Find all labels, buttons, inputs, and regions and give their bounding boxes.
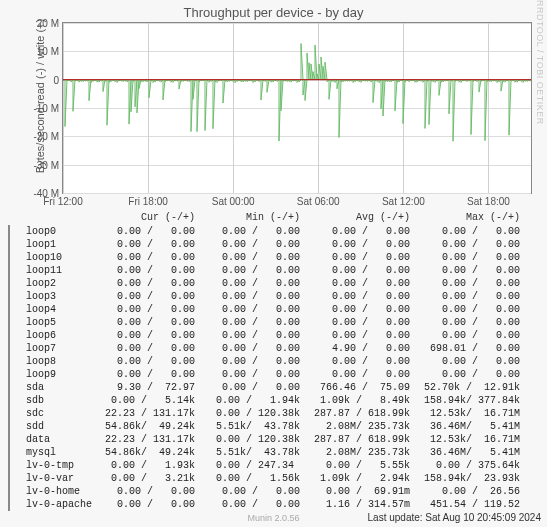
legend-avg: 1.16 / 314.57m	[304, 498, 414, 511]
legend-row: loop80.00 / 0.000.00 / 0.000.00 / 0.000.…	[8, 355, 539, 368]
legend-avg: 0.00 / 0.00	[304, 225, 414, 238]
legend-name: loop9	[26, 368, 94, 381]
legend-name: loop10	[26, 251, 94, 264]
legend-min: 0.00 / 1.94k	[199, 394, 304, 407]
legend-swatch	[8, 394, 10, 407]
legend-max: 0.00 / 0.00	[414, 355, 524, 368]
legend-min: 0.00 / 120.38k	[199, 407, 304, 420]
legend-max: 0.00 / 0.00	[414, 264, 524, 277]
x-tick-label: Sat 00:00	[212, 196, 255, 207]
legend-min: 0.00 / 0.00	[199, 251, 304, 264]
legend-cur: 0.00 / 0.00	[94, 225, 199, 238]
legend-row: lv-0-apache0.00 / 0.000.00 / 0.001.16 / …	[8, 498, 539, 511]
legend-row: loop110.00 / 0.000.00 / 0.000.00 / 0.000…	[8, 264, 539, 277]
legend-name: loop3	[26, 290, 94, 303]
legend-cur: 0.00 / 0.00	[94, 498, 199, 511]
legend-min: 0.00 / 0.00	[199, 342, 304, 355]
legend-max: 0.00 / 0.00	[414, 238, 524, 251]
legend-min: 5.51k/ 43.78k	[199, 420, 304, 433]
legend-max: 0.00 / 0.00	[414, 251, 524, 264]
x-tick-label: Sat 06:00	[297, 196, 340, 207]
legend-name: sda	[26, 381, 94, 394]
legend-cur: 54.86k/ 49.24k	[94, 420, 199, 433]
legend-swatch	[8, 355, 10, 368]
legend-avg: 0.00 / 0.00	[304, 238, 414, 251]
legend-min: 0.00 / 0.00	[199, 277, 304, 290]
legend-row: data22.23 / 131.17k0.00 / 120.38k287.87 …	[8, 433, 539, 446]
legend-avg: 0.00 / 0.00	[304, 303, 414, 316]
legend-min: 0.00 / 0.00	[199, 329, 304, 342]
legend-swatch	[8, 498, 10, 511]
legend-avg: 2.08M/ 235.73k	[304, 420, 414, 433]
legend-cur: 22.23 / 131.17k	[94, 407, 199, 420]
legend-avg: 1.09k / 8.49k	[304, 394, 414, 407]
chart-container: Throughput per device - by day RRDTOOL /…	[0, 0, 547, 527]
legend-row: loop60.00 / 0.000.00 / 0.000.00 / 0.000.…	[8, 329, 539, 342]
legend-header: Cur (-/+) Min (-/+) Avg (-/+) Max (-/+)	[8, 211, 539, 224]
legend-cur: 0.00 / 0.00	[94, 277, 199, 290]
legend-swatch	[8, 238, 10, 251]
legend-max: 0.00 / 0.00	[414, 303, 524, 316]
legend-max: 698.01 / 0.00	[414, 342, 524, 355]
legend-row: loop70.00 / 0.000.00 / 0.004.90 / 0.0069…	[8, 342, 539, 355]
legend-avg: 0.00 / 5.55k	[304, 459, 414, 472]
legend-swatch	[8, 225, 10, 238]
legend-name: loop11	[26, 264, 94, 277]
legend-cur: 0.00 / 0.00	[94, 368, 199, 381]
legend-cur: 0.00 / 0.00	[94, 485, 199, 498]
legend-avg: 766.46 / 75.09	[304, 381, 414, 394]
legend-swatch	[8, 368, 10, 381]
legend-swatch	[8, 485, 10, 498]
legend-max: 0.00 / 26.56	[414, 485, 524, 498]
legend-max: 0.00 / 0.00	[414, 316, 524, 329]
legend-cur: 0.00 / 0.00	[94, 355, 199, 368]
legend-max: 12.53k/ 16.71M	[414, 433, 524, 446]
legend-row: loop10.00 / 0.000.00 / 0.000.00 / 0.000.…	[8, 238, 539, 251]
hdr-min: Min (-/+)	[199, 211, 304, 224]
legend-cur: 0.00 / 0.00	[94, 329, 199, 342]
legend-row: lv-0-var0.00 / 3.21k0.00 / 1.56k1.09k / …	[8, 472, 539, 485]
legend-row: loop50.00 / 0.000.00 / 0.000.00 / 0.000.…	[8, 316, 539, 329]
legend-cur: 0.00 / 0.00	[94, 316, 199, 329]
legend-min: 0.00 / 0.00	[199, 498, 304, 511]
legend-avg: 0.00 / 0.00	[304, 368, 414, 381]
legend-avg: 4.90 / 0.00	[304, 342, 414, 355]
legend-name: loop2	[26, 277, 94, 290]
legend-name: sdc	[26, 407, 94, 420]
legend-min: 0.00 / 0.00	[199, 355, 304, 368]
legend-max: 158.94k/ 377.84k	[414, 394, 524, 407]
legend-max: 0.00 / 0.00	[414, 225, 524, 238]
watermark: RRDTOOL / TOBI OETIKER	[535, 0, 545, 125]
legend-row: loop100.00 / 0.000.00 / 0.000.00 / 0.000…	[8, 251, 539, 264]
legend-cur: 9.30 / 72.97	[94, 381, 199, 394]
legend-min: 0.00 / 0.00	[199, 264, 304, 277]
legend-row: loop40.00 / 0.000.00 / 0.000.00 / 0.000.…	[8, 303, 539, 316]
legend-min: 0.00 / 0.00	[199, 225, 304, 238]
legend-cur: 0.00 / 1.93k	[94, 459, 199, 472]
legend-row: sdc22.23 / 131.17k0.00 / 120.38k287.87 /…	[8, 407, 539, 420]
y-tick-label: 0	[53, 74, 59, 85]
legend-max: 451.54 / 119.52	[414, 498, 524, 511]
legend-name: mysql	[26, 446, 94, 459]
legend: Cur (-/+) Min (-/+) Avg (-/+) Max (-/+) …	[8, 211, 539, 511]
legend-cur: 0.00 / 0.00	[94, 303, 199, 316]
hdr-avg: Avg (-/+)	[304, 211, 414, 224]
legend-swatch	[8, 264, 10, 277]
legend-row: lv-0-home0.00 / 0.000.00 / 0.000.00 / 69…	[8, 485, 539, 498]
legend-max: 0.00 / 0.00	[414, 368, 524, 381]
legend-avg: 1.09k / 2.94k	[304, 472, 414, 485]
legend-swatch	[8, 342, 10, 355]
legend-swatch	[8, 290, 10, 303]
legend-row: sdd54.86k/ 49.24k5.51k/ 43.78k2.08M/ 235…	[8, 420, 539, 433]
legend-avg: 0.00 / 0.00	[304, 277, 414, 290]
legend-swatch	[8, 407, 10, 420]
legend-name: lv-0-apache	[26, 498, 94, 511]
legend-row: sdb0.00 / 5.14k0.00 / 1.94k1.09k / 8.49k…	[8, 394, 539, 407]
legend-swatch	[8, 420, 10, 433]
legend-max: 0.00 / 0.00	[414, 290, 524, 303]
y-gridline	[63, 193, 531, 194]
legend-max: 52.70k / 12.91k	[414, 381, 524, 394]
legend-cur: 54.86k/ 49.24k	[94, 446, 199, 459]
legend-max: 158.94k/ 23.93k	[414, 472, 524, 485]
legend-swatch	[8, 303, 10, 316]
